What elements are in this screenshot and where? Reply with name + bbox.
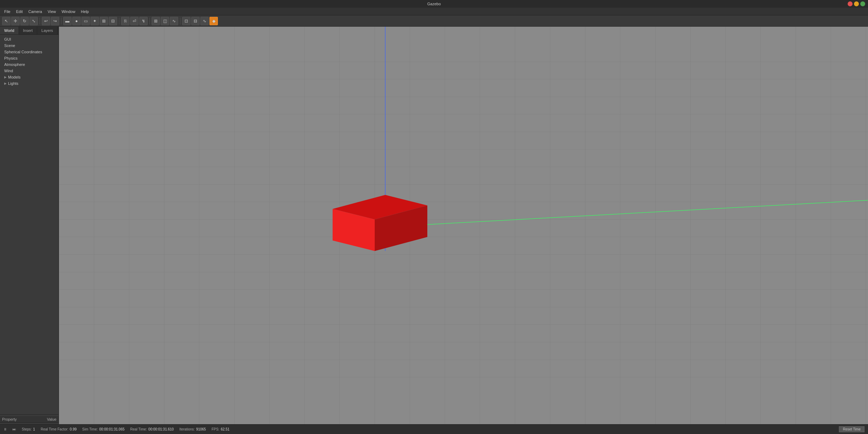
pause-icon: ⏸ bbox=[4, 427, 7, 431]
rtf-display: Real Time Factor: 0.99 bbox=[41, 427, 76, 431]
menu-file[interactable]: File bbox=[1, 9, 13, 14]
title-bar: Gazebo bbox=[0, 0, 868, 8]
translate-tool-button[interactable]: ✛ bbox=[11, 17, 20, 25]
grid-svg bbox=[59, 27, 868, 424]
steps-display: Steps: 1 bbox=[22, 427, 35, 431]
menu-window[interactable]: Window bbox=[59, 9, 78, 14]
sep3 bbox=[119, 18, 119, 25]
svg-rect-0 bbox=[59, 27, 868, 424]
viewport[interactable] bbox=[59, 27, 868, 424]
grid-button[interactable]: ⊞ bbox=[152, 17, 160, 25]
step-btn[interactable]: ⏭ bbox=[13, 427, 16, 431]
reset-time-button[interactable]: Reset Time bbox=[839, 426, 864, 432]
sep5 bbox=[180, 18, 180, 25]
cam2-button[interactable]: ⊟ bbox=[191, 17, 200, 25]
tabs-bar: World Insert Layers bbox=[0, 27, 59, 35]
scale-tool-button[interactable]: ⤡ bbox=[29, 17, 38, 25]
physics-label: Physics bbox=[4, 56, 18, 60]
paste-button[interactable]: ⏎ bbox=[130, 17, 139, 25]
prop-col2: Value bbox=[47, 417, 56, 421]
world-tree: GUI Scene Spherical Coordinates Physics … bbox=[0, 35, 59, 414]
sep4 bbox=[149, 18, 150, 25]
status-bar: ⏸ ⏭ Steps: 1 Real Time Factor: 0.99 Sim … bbox=[0, 424, 868, 434]
tree-item-spherical[interactable]: Spherical Coordinates bbox=[0, 49, 59, 55]
lights-arrow: ▶ bbox=[4, 82, 7, 85]
sep2 bbox=[61, 18, 61, 25]
properties-panel: Property Value bbox=[0, 414, 59, 424]
tree-item-atmosphere[interactable]: Atmosphere bbox=[0, 61, 59, 68]
tree-item-gui[interactable]: GUI bbox=[0, 36, 59, 42]
light-insert-button[interactable]: ✦ bbox=[91, 17, 99, 25]
scene-label: Scene bbox=[4, 43, 15, 48]
tab-world[interactable]: World bbox=[0, 27, 19, 34]
menu-edit[interactable]: Edit bbox=[13, 9, 26, 14]
redo-button[interactable]: ↪ bbox=[51, 17, 59, 25]
save-button[interactable]: ↯ bbox=[139, 17, 148, 25]
real-time-value: 00:00:01:31.610 bbox=[148, 427, 174, 431]
tree-item-wind[interactable]: Wind bbox=[0, 68, 59, 74]
iterations-display: Iterations: 91065 bbox=[179, 427, 206, 431]
tree-item-physics[interactable]: Physics bbox=[0, 55, 59, 61]
atmosphere-label: Atmosphere bbox=[4, 62, 25, 67]
real-time-display: Real Time: 00:00:01:31.610 bbox=[130, 427, 174, 431]
cylinder-insert-button[interactable]: ▭ bbox=[81, 17, 90, 25]
menu-help[interactable]: Help bbox=[78, 9, 92, 14]
sphere-insert-button[interactable]: ● bbox=[72, 17, 81, 25]
extra1-button[interactable]: ⊞ bbox=[100, 17, 108, 25]
window-controls bbox=[848, 1, 865, 6]
fps-label: FPS: bbox=[212, 427, 219, 431]
tree-item-lights[interactable]: ▶ Lights bbox=[0, 80, 59, 87]
tab-insert[interactable]: Insert bbox=[19, 27, 38, 34]
rtf-value: 0.99 bbox=[70, 427, 76, 431]
view-button[interactable]: ◫ bbox=[161, 17, 169, 25]
maximize-button[interactable] bbox=[860, 1, 865, 6]
step-icon: ⏭ bbox=[13, 427, 16, 431]
cam1-button[interactable]: ⊡ bbox=[182, 17, 191, 25]
pause-btn[interactable]: ⏸ bbox=[4, 427, 7, 431]
undo-button[interactable]: ↩ bbox=[42, 17, 50, 25]
properties-header: Property Value bbox=[0, 416, 59, 423]
iter-value: 91065 bbox=[196, 427, 206, 431]
sim-time-display: Sim Time: 00:00:01:31.065 bbox=[82, 427, 125, 431]
gui-label: GUI bbox=[4, 37, 11, 41]
fps-display: FPS: 62.51 bbox=[212, 427, 229, 431]
sep1 bbox=[40, 18, 40, 25]
menu-bar: File Edit Camera View Window Help bbox=[0, 8, 868, 15]
sim-time-value: 00:00:01:31.065 bbox=[99, 427, 125, 431]
lights-label: Lights bbox=[8, 81, 18, 86]
toolbar: ↖ ✛ ↻ ⤡ ↩ ↪ ▬ ● ▭ ✦ ⊞ ⊟ ⎘ ⏎ ↯ ⊞ ◫ ∿ ⊡ ⊟ … bbox=[0, 15, 868, 27]
left-sidebar: World Insert Layers GUI Scene Spherical … bbox=[0, 27, 59, 424]
models-label: Models bbox=[8, 75, 20, 79]
steps-value: 1 bbox=[33, 427, 35, 431]
models-arrow: ▶ bbox=[4, 75, 7, 79]
active-tool-button[interactable]: ◆ bbox=[209, 17, 218, 25]
rotate-tool-button[interactable]: ↻ bbox=[20, 17, 29, 25]
cam3-button[interactable]: ∿ bbox=[200, 17, 209, 25]
tree-item-models[interactable]: ▶ Models bbox=[0, 74, 59, 80]
rtf-label: Real Time Factor: bbox=[41, 427, 68, 431]
select-tool-button[interactable]: ↖ bbox=[2, 17, 11, 25]
steps-label: Steps: bbox=[22, 427, 32, 431]
prop-col1: Property bbox=[2, 417, 47, 421]
menu-camera[interactable]: Camera bbox=[26, 9, 45, 14]
content-area: World Insert Layers GUI Scene Spherical … bbox=[0, 27, 868, 424]
real-time-label: Real Time: bbox=[130, 427, 147, 431]
menu-view[interactable]: View bbox=[45, 9, 59, 14]
wind-label: Wind bbox=[4, 69, 13, 73]
tab-layers[interactable]: Layers bbox=[37, 27, 58, 34]
close-button[interactable] bbox=[848, 1, 853, 6]
spherical-label: Spherical Coordinates bbox=[4, 50, 42, 54]
copy-button[interactable]: ⎘ bbox=[121, 17, 129, 25]
sim-time-label: Sim Time: bbox=[82, 427, 98, 431]
box-insert-button[interactable]: ▬ bbox=[63, 17, 72, 25]
iter-label: Iterations: bbox=[179, 427, 195, 431]
extra2-button[interactable]: ⊟ bbox=[109, 17, 117, 25]
tree-item-scene[interactable]: Scene bbox=[0, 42, 59, 49]
stats-button[interactable]: ∿ bbox=[170, 17, 178, 25]
fps-value: 62.51 bbox=[221, 427, 229, 431]
minimize-button[interactable] bbox=[854, 1, 859, 6]
app-title: Gazebo bbox=[427, 2, 441, 6]
